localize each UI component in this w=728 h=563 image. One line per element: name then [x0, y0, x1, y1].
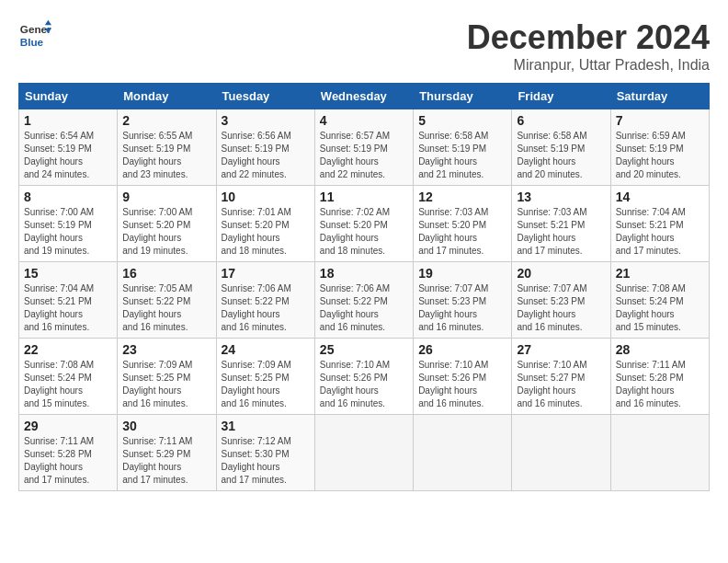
day-info: Sunrise: 7:10 AMSunset: 5:27 PMDaylight …	[517, 359, 605, 410]
day-info: Sunrise: 7:10 AMSunset: 5:26 PMDaylight …	[418, 359, 506, 410]
calendar-cell: 5Sunrise: 6:58 AMSunset: 5:19 PMDaylight…	[414, 109, 512, 186]
day-info: Sunrise: 7:03 AMSunset: 5:20 PMDaylight …	[418, 206, 506, 258]
calendar-cell: 19Sunrise: 7:07 AMSunset: 5:23 PMDayligh…	[414, 262, 512, 339]
calendar-cell: 10Sunrise: 7:01 AMSunset: 5:20 PMDayligh…	[216, 186, 314, 262]
calendar-cell: 3Sunrise: 6:56 AMSunset: 5:19 PMDaylight…	[216, 109, 314, 186]
calendar-cell: 23Sunrise: 7:09 AMSunset: 5:25 PMDayligh…	[118, 339, 216, 415]
day-number: 3	[222, 113, 310, 128]
day-number: 27	[517, 342, 605, 357]
calendar-cell: 26Sunrise: 7:10 AMSunset: 5:26 PMDayligh…	[414, 339, 512, 415]
weekday-header-cell: Tuesday	[216, 84, 314, 109]
day-number: 24	[222, 342, 310, 357]
day-number: 5	[418, 113, 506, 128]
calendar-cell: 18Sunrise: 7:06 AMSunset: 5:22 PMDayligh…	[314, 262, 413, 339]
day-number: 26	[418, 342, 506, 357]
calendar-cell: 30Sunrise: 7:11 AMSunset: 5:29 PMDayligh…	[118, 415, 216, 491]
page-header: General Blue December 2024 Miranpur, Utt…	[18, 18, 710, 74]
calendar-cell: 1Sunrise: 6:54 AMSunset: 5:19 PMDaylight…	[19, 109, 118, 186]
day-info: Sunrise: 6:57 AMSunset: 5:19 PMDaylight …	[320, 130, 408, 181]
calendar-cell: 12Sunrise: 7:03 AMSunset: 5:20 PMDayligh…	[414, 186, 512, 262]
day-info: Sunrise: 6:56 AMSunset: 5:19 PMDaylight …	[222, 130, 310, 181]
day-number: 2	[122, 113, 210, 128]
weekday-header-cell: Monday	[118, 84, 216, 109]
day-number: 8	[24, 190, 112, 204]
calendar-cell: 6Sunrise: 6:58 AMSunset: 5:19 PMDaylight…	[512, 109, 610, 186]
calendar-cell: 22Sunrise: 7:08 AMSunset: 5:24 PMDayligh…	[19, 339, 118, 415]
calendar-cell: 16Sunrise: 7:05 AMSunset: 5:22 PMDayligh…	[118, 262, 216, 339]
day-number: 22	[24, 342, 112, 357]
calendar-table: SundayMondayTuesdayWednesdayThursdayFrid…	[18, 83, 710, 491]
calendar-cell: 11Sunrise: 7:02 AMSunset: 5:20 PMDayligh…	[314, 186, 413, 262]
day-number: 9	[122, 190, 210, 204]
calendar-cell: 2Sunrise: 6:55 AMSunset: 5:19 PMDaylight…	[118, 109, 216, 186]
day-info: Sunrise: 7:06 AMSunset: 5:22 PMDaylight …	[320, 282, 408, 334]
day-number: 16	[122, 266, 210, 281]
calendar-cell: 31Sunrise: 7:12 AMSunset: 5:30 PMDayligh…	[216, 415, 314, 491]
weekday-header-row: SundayMondayTuesdayWednesdayThursdayFrid…	[19, 84, 710, 109]
weekday-header-cell: Sunday	[19, 84, 118, 109]
weekday-header-cell: Wednesday	[314, 84, 413, 109]
day-info: Sunrise: 6:55 AMSunset: 5:19 PMDaylight …	[122, 130, 210, 181]
calendar-week-row: 15Sunrise: 7:04 AMSunset: 5:21 PMDayligh…	[19, 262, 710, 339]
day-info: Sunrise: 7:04 AMSunset: 5:21 PMDaylight …	[24, 282, 112, 334]
day-info: Sunrise: 7:11 AMSunset: 5:28 PMDaylight …	[616, 359, 704, 410]
day-info: Sunrise: 7:00 AMSunset: 5:20 PMDaylight …	[122, 206, 210, 258]
calendar-cell: 27Sunrise: 7:10 AMSunset: 5:27 PMDayligh…	[512, 339, 610, 415]
day-info: Sunrise: 7:10 AMSunset: 5:26 PMDaylight …	[320, 359, 408, 410]
day-info: Sunrise: 6:58 AMSunset: 5:19 PMDaylight …	[418, 130, 506, 181]
day-info: Sunrise: 7:02 AMSunset: 5:20 PMDaylight …	[320, 206, 408, 258]
calendar-week-row: 29Sunrise: 7:11 AMSunset: 5:28 PMDayligh…	[19, 415, 710, 491]
day-number: 4	[320, 113, 408, 128]
day-number: 20	[517, 266, 605, 281]
day-number: 19	[418, 266, 506, 281]
day-number: 12	[418, 190, 506, 204]
day-number: 11	[320, 190, 408, 204]
calendar-cell: 21Sunrise: 7:08 AMSunset: 5:24 PMDayligh…	[610, 262, 709, 339]
day-number: 14	[616, 190, 704, 204]
day-info: Sunrise: 7:08 AMSunset: 5:24 PMDaylight …	[616, 282, 704, 334]
day-info: Sunrise: 6:59 AMSunset: 5:19 PMDaylight …	[616, 130, 704, 181]
calendar-cell: 28Sunrise: 7:11 AMSunset: 5:28 PMDayligh…	[610, 339, 709, 415]
day-number: 30	[122, 419, 210, 433]
calendar-week-row: 8Sunrise: 7:00 AMSunset: 5:19 PMDaylight…	[19, 186, 710, 262]
calendar-cell: 20Sunrise: 7:07 AMSunset: 5:23 PMDayligh…	[512, 262, 610, 339]
calendar-cell: 7Sunrise: 6:59 AMSunset: 5:19 PMDaylight…	[610, 109, 709, 186]
day-info: Sunrise: 7:12 AMSunset: 5:30 PMDaylight …	[222, 435, 310, 487]
calendar-cell: 4Sunrise: 6:57 AMSunset: 5:19 PMDaylight…	[314, 109, 413, 186]
day-info: Sunrise: 7:04 AMSunset: 5:21 PMDaylight …	[616, 206, 704, 258]
day-info: Sunrise: 7:08 AMSunset: 5:24 PMDaylight …	[24, 359, 112, 410]
day-number: 13	[517, 190, 605, 204]
day-info: Sunrise: 7:09 AMSunset: 5:25 PMDaylight …	[222, 359, 310, 410]
day-info: Sunrise: 7:11 AMSunset: 5:28 PMDaylight …	[24, 435, 112, 487]
calendar-cell: 9Sunrise: 7:00 AMSunset: 5:20 PMDaylight…	[118, 186, 216, 262]
day-number: 1	[24, 113, 112, 128]
calendar-week-row: 1Sunrise: 6:54 AMSunset: 5:19 PMDaylight…	[19, 109, 710, 186]
month-title: December 2024	[467, 18, 710, 57]
svg-text:Blue: Blue	[20, 36, 44, 48]
calendar-body: 1Sunrise: 6:54 AMSunset: 5:19 PMDaylight…	[19, 109, 710, 491]
calendar-cell: 17Sunrise: 7:06 AMSunset: 5:22 PMDayligh…	[216, 262, 314, 339]
calendar-cell	[512, 415, 610, 491]
day-info: Sunrise: 7:07 AMSunset: 5:23 PMDaylight …	[418, 282, 506, 334]
logo-icon: General Blue	[18, 18, 51, 52]
calendar-cell: 29Sunrise: 7:11 AMSunset: 5:28 PMDayligh…	[19, 415, 118, 491]
calendar-cell	[610, 415, 709, 491]
logo: General Blue	[18, 18, 51, 52]
day-number: 17	[222, 266, 310, 281]
calendar-cell: 25Sunrise: 7:10 AMSunset: 5:26 PMDayligh…	[314, 339, 413, 415]
calendar-cell: 24Sunrise: 7:09 AMSunset: 5:25 PMDayligh…	[216, 339, 314, 415]
calendar-cell: 15Sunrise: 7:04 AMSunset: 5:21 PMDayligh…	[19, 262, 118, 339]
calendar-cell	[414, 415, 512, 491]
day-number: 23	[122, 342, 210, 357]
day-number: 10	[222, 190, 310, 204]
day-number: 21	[616, 266, 704, 281]
calendar-cell	[314, 415, 413, 491]
day-info: Sunrise: 7:07 AMSunset: 5:23 PMDaylight …	[517, 282, 605, 334]
day-number: 29	[24, 419, 112, 433]
day-info: Sunrise: 7:11 AMSunset: 5:29 PMDaylight …	[122, 435, 210, 487]
day-info: Sunrise: 7:01 AMSunset: 5:20 PMDaylight …	[222, 206, 310, 258]
calendar-cell: 13Sunrise: 7:03 AMSunset: 5:21 PMDayligh…	[512, 186, 610, 262]
day-info: Sunrise: 7:06 AMSunset: 5:22 PMDaylight …	[222, 282, 310, 334]
day-number: 28	[616, 342, 704, 357]
title-block: December 2024 Miranpur, Uttar Pradesh, I…	[467, 18, 710, 74]
